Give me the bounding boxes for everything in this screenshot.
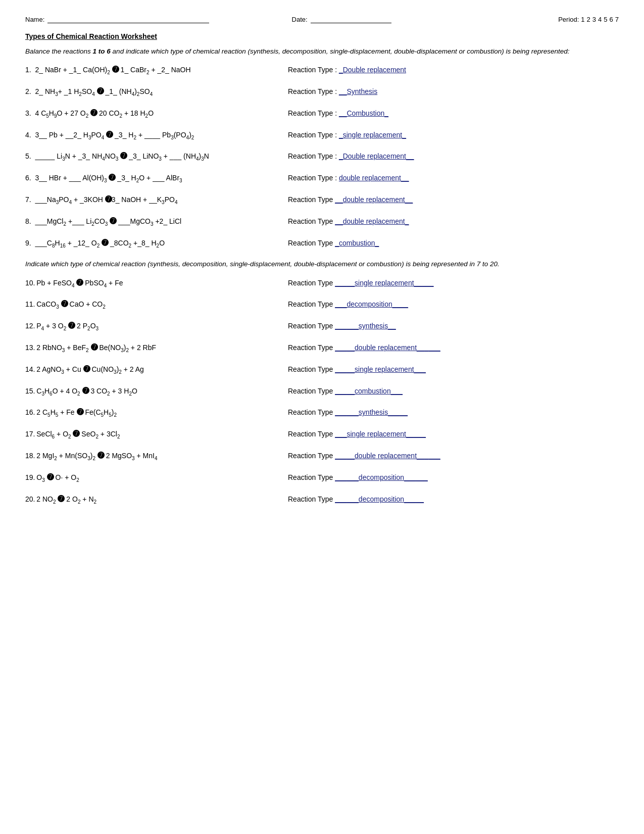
name-label: Name: bbox=[25, 16, 44, 23]
reaction-type-17: Reaction Type ___single replacement_____ bbox=[288, 430, 619, 438]
reaction-type-answer-20: ______decomposition_____ bbox=[335, 495, 424, 503]
period-3: 3 bbox=[592, 16, 596, 23]
reaction-row-4: 4. 3__ Pb + __2_ H3PO4 ➐ _3_ H2 + ____ P… bbox=[25, 130, 619, 140]
reaction-type-answer-14: _____single replacement___ bbox=[335, 365, 426, 373]
reaction-equation-5: 5. _____ Li3N + _3_ NH4NO3 ➐ _3_ LiNO3 +… bbox=[25, 151, 288, 162]
reaction-type-1: Reaction Type : _Double replacement bbox=[288, 66, 619, 74]
reaction-equation-4: 4. 3__ Pb + __2_ H3PO4 ➐ _3_ H2 + ____ P… bbox=[25, 130, 288, 140]
reaction-row-16: 16. 2 C5H5 + Fe ➐ Fe(C5H5)2 Reaction Typ… bbox=[25, 407, 619, 418]
reaction-type-label-8: Reaction Type bbox=[288, 217, 335, 225]
reaction-type-label-5: Reaction Type : bbox=[288, 152, 339, 160]
reaction-type-answer-4: _single replacement_ bbox=[339, 131, 406, 139]
reaction-type-13: Reaction Type _____double replacement___… bbox=[288, 344, 619, 352]
reaction-type-label-11: Reaction Type bbox=[288, 300, 335, 308]
reaction-type-7: Reaction Type __double replacement__ bbox=[288, 195, 619, 204]
reaction-equation-14: 14. 2 AgNO3 + Cu ➐ Cu(NO3)2 + 2 Ag bbox=[25, 364, 288, 375]
reaction-row-5: 5. _____ Li3N + _3_ NH4NO3 ➐ _3_ LiNO3 +… bbox=[25, 151, 619, 162]
reaction-type-18: Reaction Type _____double replacement___… bbox=[288, 452, 619, 460]
date-label: Date: bbox=[292, 16, 308, 23]
reaction-type-label-4: Reaction Type : bbox=[288, 131, 339, 139]
reaction-equation-10: 10. Pb + FeSO4 ➐ PbSO4 + Fe bbox=[25, 278, 288, 288]
reaction-type-5: Reaction Type : _Double replacement__ bbox=[288, 152, 619, 160]
reaction-type-label-3: Reaction Type : bbox=[288, 109, 339, 117]
reaction-row-2: 2. 2_ NH3+ _1 H2SO4 ➐ _1_ (NH4)2SO4 Reac… bbox=[25, 86, 619, 97]
reaction-type-label-13: Reaction Type bbox=[288, 344, 335, 352]
reaction-type-label-9: Reaction Type bbox=[288, 239, 335, 247]
reaction-row-3: 3. 4 C5H9O + 27 O2 ➐ 20 CO2 + 18 H2O Rea… bbox=[25, 108, 619, 119]
reaction-type-label-17: Reaction Type bbox=[288, 430, 335, 438]
reaction-type-answer-10: _____single replacement_____ bbox=[335, 279, 433, 287]
reaction-equation-13: 13. 2 RbNO3 + BeF2 ➐ Be(NO3)2 + 2 RbF bbox=[25, 342, 288, 353]
instructions-2: Indicate which type of chemical reaction… bbox=[25, 259, 619, 269]
reaction-type-label-18: Reaction Type bbox=[288, 452, 335, 460]
reaction-type-answer-15: _____combustion___ bbox=[335, 387, 403, 395]
reaction-row-8: 8. ___MgCl2 +___ Li2CO3 ➐ ___MgCO3 +2_ L… bbox=[25, 216, 619, 227]
reaction-type-label-19: Reaction Type bbox=[288, 473, 335, 481]
period-7: 7 bbox=[615, 16, 619, 23]
reaction-row-6: 6. 3__ HBr + ___ Al(OH)3 ➐ _3_ H2O + ___… bbox=[25, 173, 619, 183]
reaction-type-8: Reaction Type __double replacement_ bbox=[288, 217, 619, 225]
reaction-type-12: Reaction Type ______synthesis__ bbox=[288, 322, 619, 330]
reactions-section-1: 1. 2_ NaBr + _1_ Ca(OH)2 ➐ 1_ CaBr2 + _2… bbox=[25, 65, 619, 248]
reaction-type-answer-7: __double replacement__ bbox=[335, 195, 413, 204]
reaction-type-15: Reaction Type _____combustion___ bbox=[288, 387, 619, 395]
reaction-type-answer-18: _____double replacement______ bbox=[335, 452, 440, 460]
reaction-type-answer-6: double replacement__ bbox=[339, 174, 409, 182]
reaction-type-11: Reaction Type ___decomposition____ bbox=[288, 300, 619, 308]
reaction-equation-19: 19. O3 ➐ O· + O2 bbox=[25, 472, 288, 483]
reaction-row-1: 1. 2_ NaBr + _1_ Ca(OH)2 ➐ 1_ CaBr2 + _2… bbox=[25, 65, 619, 75]
reaction-equation-12: 12. P4 + 3 O2 ➐ 2 P2O3 bbox=[25, 321, 288, 331]
reaction-type-14: Reaction Type _____single replacement___ bbox=[288, 365, 619, 373]
name-section: Name: bbox=[25, 15, 292, 23]
reaction-equation-2: 2. 2_ NH3+ _1 H2SO4 ➐ _1_ (NH4)2SO4 bbox=[25, 86, 288, 97]
reaction-row-10: 10. Pb + FeSO4 ➐ PbSO4 + Fe Reaction Typ… bbox=[25, 278, 619, 288]
reaction-row-18: 18. 2 MgI2 + Mn(SO3)2 ➐ 2 MgSO3 + MnI4 R… bbox=[25, 451, 619, 461]
period-4: 4 bbox=[598, 16, 602, 23]
period-section: Period: 1 2 3 4 5 6 7 bbox=[558, 16, 619, 23]
reaction-type-label-2: Reaction Type : bbox=[288, 87, 339, 95]
reaction-equation-20: 20. 2 NO2 ➐ 2 O2 + N2 bbox=[25, 494, 288, 505]
period-5: 5 bbox=[604, 16, 607, 23]
reaction-equation-15: 15. C3H6O + 4 O2 ➐ 3 CO2 + 3 H2O bbox=[25, 386, 288, 397]
reaction-type-answer-1: _Double replacement bbox=[339, 66, 406, 74]
reaction-equation-8: 8. ___MgCl2 +___ Li2CO3 ➐ ___MgCO3 +2_ L… bbox=[25, 216, 288, 227]
date-section: Date: bbox=[292, 15, 559, 23]
instructions-1: Balance the reactions 1 to 6 and indicat… bbox=[25, 46, 619, 57]
period-2: 2 bbox=[587, 16, 590, 23]
reaction-row-12: 12. P4 + 3 O2 ➐ 2 P2O3 Reaction Type ___… bbox=[25, 321, 619, 331]
reaction-type-answer-9: _combustion_ bbox=[335, 239, 379, 247]
reaction-row-9: 9. ___C8H16 + _12_ O2 ➐ _8CO2 +_8_ H2O R… bbox=[25, 238, 619, 249]
reaction-type-label-20: Reaction Type bbox=[288, 495, 335, 503]
reaction-type-label-15: Reaction Type bbox=[288, 387, 335, 395]
reaction-type-19: Reaction Type ______decomposition______ bbox=[288, 473, 619, 481]
page-title: Types of Chemical Reaction Worksheet bbox=[25, 32, 619, 40]
reaction-row-20: 20. 2 NO2 ➐ 2 O2 + N2 Reaction Type ____… bbox=[25, 494, 619, 505]
reaction-type-label-14: Reaction Type bbox=[288, 365, 335, 373]
reaction-type-10: Reaction Type _____single replacement___… bbox=[288, 279, 619, 287]
reaction-equation-1: 1. 2_ NaBr + _1_ Ca(OH)2 ➐ 1_ CaBr2 + _2… bbox=[25, 65, 288, 75]
reaction-equation-16: 16. 2 C5H5 + Fe ➐ Fe(C5H5)2 bbox=[25, 407, 288, 418]
reaction-type-6: Reaction Type : double replacement__ bbox=[288, 174, 619, 182]
reaction-type-answer-2: __Synthesis bbox=[339, 87, 377, 95]
reaction-equation-9: 9. ___C8H16 + _12_ O2 ➐ _8CO2 +_8_ H2O bbox=[25, 238, 288, 249]
reaction-type-answer-12: ______synthesis__ bbox=[335, 322, 396, 330]
reaction-type-answer-13: _____double replacement______ bbox=[335, 344, 440, 352]
reaction-type-label-6: Reaction Type : bbox=[288, 174, 339, 182]
reaction-row-17: 17. SeCl6 + O2 ➐ SeO2 + 3Cl2 Reaction Ty… bbox=[25, 429, 619, 439]
reaction-type-label-16: Reaction Type bbox=[288, 408, 335, 416]
reaction-type-3: Reaction Type : __Combustion_ bbox=[288, 109, 619, 117]
period-label: Period: bbox=[558, 16, 579, 23]
reaction-row-14: 14. 2 AgNO3 + Cu ➐ Cu(NO3)2 + 2 Ag React… bbox=[25, 364, 619, 375]
reaction-type-4: Reaction Type : _single replacement_ bbox=[288, 131, 619, 139]
reaction-type-answer-3: __Combustion_ bbox=[339, 109, 388, 117]
reaction-equation-3: 3. 4 C5H9O + 27 O2 ➐ 20 CO2 + 18 H2O bbox=[25, 108, 288, 119]
reaction-type-9: Reaction Type _combustion_ bbox=[288, 239, 619, 247]
reaction-row-15: 15. C3H6O + 4 O2 ➐ 3 CO2 + 3 H2O Reactio… bbox=[25, 386, 619, 397]
reaction-type-answer-16: ______synthesis_____ bbox=[335, 408, 408, 416]
reaction-equation-18: 18. 2 MgI2 + Mn(SO3)2 ➐ 2 MgSO3 + MnI4 bbox=[25, 451, 288, 461]
reaction-type-label-7: Reaction Type bbox=[288, 195, 335, 204]
header: Name: Date: Period: 1 2 3 4 5 6 7 bbox=[25, 15, 619, 23]
reaction-type-answer-5: _Double replacement__ bbox=[339, 152, 414, 160]
reaction-type-20: Reaction Type ______decomposition_____ bbox=[288, 495, 619, 503]
reaction-row-11: 11. CaCO3 ➐ CaO + CO2 Reaction Type ___d… bbox=[25, 299, 619, 310]
